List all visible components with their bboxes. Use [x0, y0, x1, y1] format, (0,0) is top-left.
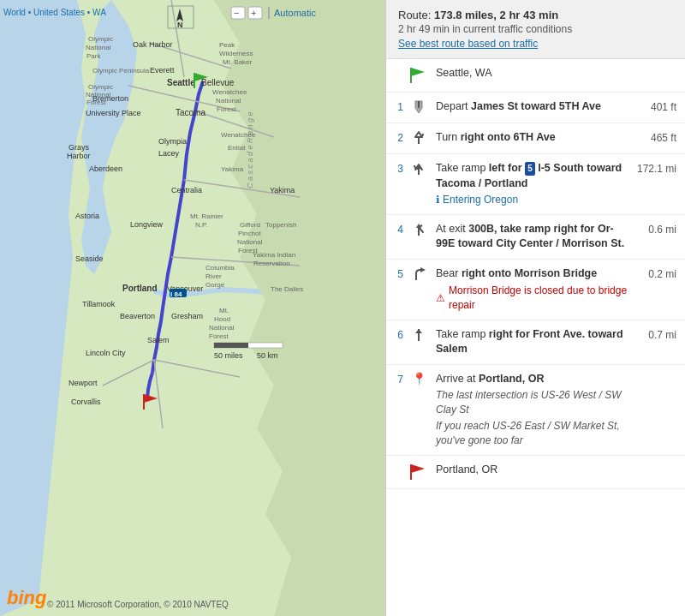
map-copyright: © 2011 Microsoft Corporation, © 2010 NAV… [47, 600, 229, 609]
step-icon-1 [407, 99, 431, 115]
step-num-7[interactable]: 7 [391, 372, 407, 386]
step-text-3: Take ramp left for 5 I-5 South toward Ta… [431, 161, 635, 207]
step-7: 7 📍 Arrive at Portland, OR The last inte… [386, 365, 685, 456]
svg-text:I 84: I 84 [170, 290, 182, 298]
step-dist-6: 0.7 mi [635, 327, 676, 341]
svg-text:Mt. Baker: Mt. Baker [223, 58, 253, 66]
svg-text:Wenatchee: Wenatchee [212, 88, 247, 96]
step-dist-3: 172.1 mi [635, 161, 676, 175]
step-start: Seattle, WA [386, 59, 685, 93]
svg-text:National: National [209, 324, 235, 332]
step-3: 3 Take ramp left for 5 I-5 South toward … [386, 154, 685, 215]
step-dist-5: 0.2 mi [635, 266, 676, 280]
step-num-4[interactable]: 4 [391, 222, 407, 236]
svg-text:Yakima: Yakima [221, 165, 244, 173]
step-num-start [391, 66, 407, 68]
step-text-4: At exit 300B, take ramp right for Or-99E… [431, 222, 635, 252]
step-text-5: Bear right onto Morrison Bridge ⚠ Morris… [431, 266, 635, 313]
svg-text:Centralia: Centralia [171, 186, 202, 194]
step-num-end [391, 463, 407, 464]
step-bold-1: James St toward 5TH Ave [471, 100, 601, 112]
step-text-7: Arrive at Portland, OR The last intersec… [431, 372, 635, 448]
step-bold-4: 300B, take ramp right for Or-99E toward … [436, 223, 624, 250]
svg-text:River: River [206, 272, 222, 280]
svg-text:N.P.: N.P. [195, 221, 208, 229]
svg-text:National: National [237, 238, 263, 246]
svg-text:Astoria: Astoria [75, 212, 99, 220]
svg-text:Wenatchee: Wenatchee [221, 131, 256, 139]
traffic-route-link[interactable]: See best route based on traffic [398, 38, 673, 50]
svg-text:Olympic Peninsula: Olympic Peninsula [92, 67, 150, 75]
step-bold-2: right onto 6TH Ave [461, 131, 556, 143]
svg-text:Portland: Portland [122, 284, 158, 293]
route-distance-time: 173.8 miles, 2 hr 43 min [434, 9, 558, 21]
svg-text:Hood: Hood [214, 315, 230, 323]
svg-text:Gifford: Gifford [240, 221, 260, 229]
svg-text:University Place: University Place [86, 109, 141, 117]
step-num-6[interactable]: 6 [391, 327, 407, 341]
svg-text:Salem: Salem [147, 336, 170, 344]
step-info7-2: If you reach US-26 East / SW Market St, … [436, 419, 630, 448]
svg-text:Beaverton: Beaverton [120, 312, 155, 320]
step-dist-1: 401 ft [635, 99, 676, 113]
step-num-3[interactable]: 3 [391, 161, 407, 175]
svg-text:Olympic: Olympic [88, 35, 113, 43]
step-icon-start [407, 66, 431, 85]
step-bold-5: right onto Morrison Bridge [462, 267, 597, 279]
svg-text:Olympic: Olympic [88, 83, 113, 91]
svg-text:Columbia: Columbia [206, 264, 235, 272]
svg-marker-95 [420, 267, 426, 272]
step-icon-end [407, 463, 431, 481]
svg-text:Forest: Forest [209, 332, 229, 340]
svg-text:Automatic: Automatic [274, 8, 316, 18]
svg-text:Bellevue: Bellevue [201, 78, 235, 87]
step-bold-7: Portland, OR [479, 373, 544, 385]
svg-text:Grays: Grays [68, 143, 90, 152]
svg-text:Seattle: Seattle [167, 78, 195, 87]
svg-text:Longview: Longview [130, 220, 164, 229]
svg-text:C a s c a d e   R a n g e: C a s c a d e R a n g e [246, 111, 254, 188]
svg-text:Gorge: Gorge [206, 281, 225, 289]
step-end: Portland, OR [386, 456, 685, 489]
svg-text:Forest: Forest [217, 105, 236, 113]
svg-text:Olympia: Olympia [158, 137, 187, 146]
step-text-end: Portland, OR [431, 463, 635, 478]
route-traffic-line: 2 hr 49 min in current traffic condition… [398, 23, 673, 35]
svg-text:Gresham: Gresham [171, 312, 203, 320]
svg-text:−: − [234, 8, 239, 18]
step-num-5[interactable]: 5 [391, 266, 407, 280]
svg-text:Forest: Forest [86, 99, 106, 106]
step-dist-end [635, 463, 676, 464]
svg-text:Tillamook: Tillamook [82, 300, 116, 308]
step-4: 4 At exit 300B, take ramp right for Or-9… [386, 215, 685, 260]
step-6: 6 Take ramp right for Front Ave. toward … [386, 320, 685, 365]
start-city: Seattle, WA [436, 67, 492, 79]
svg-text:National: National [216, 97, 241, 105]
step-dist-7 [635, 372, 676, 374]
step-icon-2 [407, 130, 431, 146]
step-1: 1 Depart James St toward 5TH Ave 401 ft [386, 93, 685, 123]
step-dist-4: 0.6 mi [635, 222, 676, 236]
svg-text:Lincoln City: Lincoln City [86, 349, 126, 357]
bing-logo: bing [7, 587, 46, 609]
step-warning-5: ⚠ Morrison Bridge is closed due to bridg… [436, 284, 630, 313]
svg-text:Newport: Newport [68, 379, 98, 387]
step-num-1[interactable]: 1 [391, 99, 407, 113]
svg-text:N: N [177, 21, 183, 29]
step-text-start: Seattle, WA [431, 66, 635, 81]
step-text-6: Take ramp right for Front Ave. toward Sa… [431, 327, 635, 357]
svg-text:Reservation: Reservation [253, 260, 290, 267]
directions-list: Seattle, WA 1 Depart James St toward 5TH… [386, 59, 685, 489]
svg-text:Peak: Peak [219, 41, 235, 49]
step-bold-3: left for 5 I-5 South toward Tacoma / Por… [436, 162, 622, 189]
step-icon-5 [407, 266, 431, 282]
svg-marker-97 [415, 329, 422, 333]
svg-text:Toppenish: Toppenish [265, 221, 296, 229]
svg-rect-87 [268, 7, 270, 19]
svg-text:Mt. Rainier: Mt. Rainier [190, 212, 223, 220]
route-line1: Route: 173.8 miles, 2 hr 43 min [398, 9, 673, 21]
step-icon-3 [407, 161, 431, 176]
svg-text:Lacey: Lacey [158, 149, 180, 158]
step-num-2[interactable]: 2 [391, 130, 407, 144]
svg-rect-71 [214, 343, 248, 348]
